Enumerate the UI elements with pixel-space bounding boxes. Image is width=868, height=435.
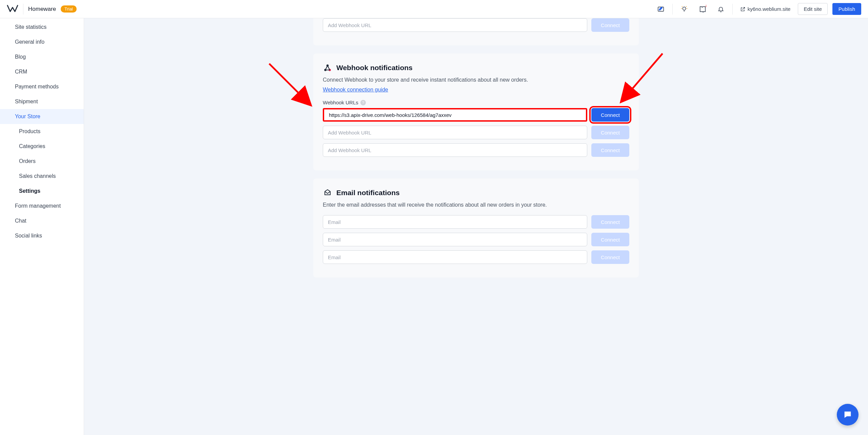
main-content: Connect Webhook notifications Connect We… bbox=[84, 18, 868, 435]
sidebar-item-payment-methods[interactable]: Payment methods bbox=[0, 79, 84, 94]
svg-point-1 bbox=[683, 7, 686, 10]
trial-badge: Trial bbox=[61, 5, 77, 13]
logo-icon[interactable] bbox=[7, 3, 18, 15]
sidebar-item-site-statistics[interactable]: Site statistics bbox=[0, 20, 84, 35]
field-label: Webhook URLs ? bbox=[323, 100, 629, 105]
section-title: Webhook notifications bbox=[336, 64, 413, 72]
sidebar-item-shipment[interactable]: Shipment bbox=[0, 94, 84, 109]
annotation-arrow-left bbox=[266, 60, 320, 115]
connect-button[interactable]: Connect bbox=[591, 250, 629, 264]
publish-button[interactable]: Publish bbox=[832, 3, 861, 15]
field-label-text: Webhook URLs bbox=[323, 100, 358, 105]
edit-site-button[interactable]: Edit site bbox=[798, 3, 827, 15]
input-row: Connect bbox=[323, 215, 629, 229]
input-row: Connect bbox=[323, 250, 629, 264]
connect-button[interactable]: Connect bbox=[591, 215, 629, 229]
connect-button[interactable]: Connect bbox=[591, 126, 629, 139]
webhook-notifications-card: Webhook notifications Connect Webhook to… bbox=[313, 54, 639, 170]
connect-button[interactable]: Connect bbox=[591, 143, 629, 157]
site-url-link[interactable]: ky6no.weblium.site bbox=[737, 6, 793, 12]
header-divider bbox=[732, 4, 733, 15]
webhook-url-input[interactable] bbox=[323, 18, 587, 32]
connect-button[interactable]: Connect bbox=[591, 18, 629, 32]
section-description: Connect Webhook to your store and receiv… bbox=[323, 76, 629, 84]
docs-icon[interactable]: i bbox=[696, 2, 709, 16]
bell-icon[interactable] bbox=[714, 2, 728, 16]
input-row: Connect bbox=[323, 18, 629, 32]
webhook-icon bbox=[323, 63, 332, 72]
sidebar-item-social-links[interactable]: Social links bbox=[0, 228, 84, 243]
webhook-url-input[interactable] bbox=[323, 108, 587, 122]
previous-section-card: Connect bbox=[313, 18, 639, 45]
sidebar-item-general-info[interactable]: General info bbox=[0, 35, 84, 49]
chat-fab[interactable] bbox=[837, 404, 859, 426]
sidebar-item-crm[interactable]: CRM bbox=[0, 64, 84, 79]
webhook-url-input[interactable] bbox=[323, 126, 587, 139]
webhook-url-input[interactable] bbox=[323, 143, 587, 157]
webhook-guide-link[interactable]: Webhook connection guide bbox=[323, 87, 388, 92]
header-divider bbox=[672, 4, 673, 15]
header-divider bbox=[23, 4, 23, 15]
svg-line-5 bbox=[269, 64, 310, 104]
input-row: Connect bbox=[323, 126, 629, 139]
sidebar-item-sales-channels[interactable]: Sales channels bbox=[0, 169, 84, 184]
app-header: Homeware Trial i ky6no.weblium.site Edit… bbox=[0, 0, 868, 18]
site-url-text: ky6no.weblium.site bbox=[748, 6, 791, 12]
connect-button[interactable]: Connect bbox=[591, 108, 629, 122]
lightbulb-icon[interactable] bbox=[677, 2, 691, 16]
email-input[interactable] bbox=[323, 215, 587, 229]
email-input[interactable] bbox=[323, 250, 587, 264]
sidebar-item-settings[interactable]: Settings bbox=[0, 184, 84, 199]
edit-square-icon[interactable] bbox=[654, 2, 668, 16]
input-row: Connect bbox=[323, 108, 629, 122]
section-description: Enter the email addresses that will rece… bbox=[323, 201, 629, 209]
email-notifications-card: Email notifications Enter the email addr… bbox=[313, 179, 639, 277]
sidebar: Site statistics General info Blog CRM Pa… bbox=[0, 18, 84, 435]
sidebar-item-products[interactable]: Products bbox=[0, 124, 84, 139]
sidebar-item-blog[interactable]: Blog bbox=[0, 49, 84, 64]
section-title: Email notifications bbox=[336, 189, 400, 197]
site-name: Homeware bbox=[28, 6, 56, 13]
email-input[interactable] bbox=[323, 233, 587, 246]
sidebar-item-form-management[interactable]: Form management bbox=[0, 199, 84, 213]
sidebar-item-categories[interactable]: Categories bbox=[0, 139, 84, 154]
envelope-icon bbox=[323, 188, 332, 198]
sidebar-item-your-store[interactable]: Your Store bbox=[0, 109, 84, 124]
input-row: Connect bbox=[323, 143, 629, 157]
help-icon[interactable]: ? bbox=[360, 100, 366, 105]
sidebar-item-orders[interactable]: Orders bbox=[0, 154, 84, 169]
input-row: Connect bbox=[323, 233, 629, 246]
connect-button[interactable]: Connect bbox=[591, 233, 629, 246]
sidebar-item-chat[interactable]: Chat bbox=[0, 213, 84, 228]
